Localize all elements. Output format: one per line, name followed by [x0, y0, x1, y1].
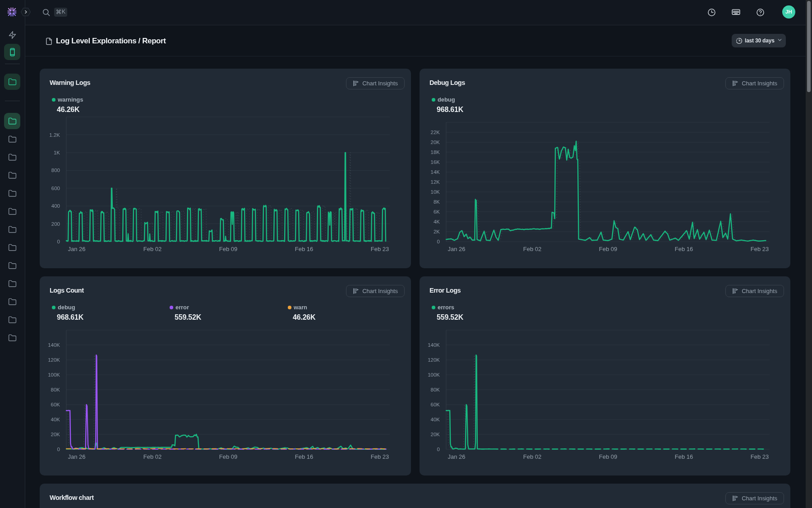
svg-text:4K: 4K — [434, 219, 440, 224]
svg-text:1K: 1K — [54, 150, 60, 155]
svg-text:Feb 23: Feb 23 — [751, 453, 769, 460]
svg-text:100K: 100K — [428, 372, 440, 378]
svg-text:80K: 80K — [51, 387, 60, 392]
svg-text:0: 0 — [57, 239, 60, 244]
svg-text:60K: 60K — [431, 402, 440, 407]
svg-text:60K: 60K — [51, 402, 60, 407]
svg-text:Jan 26: Jan 26 — [68, 453, 85, 460]
svg-text:10K: 10K — [431, 189, 440, 195]
svg-text:Feb 16: Feb 16 — [675, 453, 693, 460]
svg-text:Feb 09: Feb 09 — [599, 246, 617, 252]
svg-text:600: 600 — [51, 186, 60, 191]
svg-text:0: 0 — [437, 239, 440, 244]
svg-text:Feb 02: Feb 02 — [523, 453, 541, 460]
svg-text:18K: 18K — [431, 149, 440, 155]
svg-text:Feb 02: Feb 02 — [143, 453, 161, 460]
svg-text:0: 0 — [437, 447, 440, 452]
svg-text:100K: 100K — [48, 372, 60, 378]
svg-text:400: 400 — [51, 203, 60, 209]
svg-text:Feb 16: Feb 16 — [295, 453, 313, 460]
svg-text:200: 200 — [51, 221, 60, 227]
svg-text:Feb 02: Feb 02 — [523, 246, 541, 252]
svg-text:20K: 20K — [51, 432, 60, 437]
svg-text:800: 800 — [51, 168, 60, 173]
svg-text:40K: 40K — [431, 417, 440, 422]
svg-text:Feb 16: Feb 16 — [675, 246, 693, 252]
svg-text:22K: 22K — [431, 130, 440, 135]
svg-text:Feb 23: Feb 23 — [371, 246, 389, 252]
svg-text:14K: 14K — [431, 169, 440, 175]
svg-text:2K: 2K — [434, 229, 440, 234]
svg-text:Feb 09: Feb 09 — [219, 453, 237, 460]
svg-text:Jan 26: Jan 26 — [68, 246, 85, 252]
svg-text:Feb 23: Feb 23 — [371, 453, 389, 460]
svg-text:Jan 26: Jan 26 — [448, 453, 465, 460]
svg-text:80K: 80K — [431, 387, 440, 392]
svg-text:20K: 20K — [431, 140, 440, 145]
svg-text:0: 0 — [57, 447, 60, 452]
svg-text:Feb 23: Feb 23 — [751, 246, 769, 252]
svg-text:Feb 09: Feb 09 — [219, 246, 237, 252]
svg-text:1.2K: 1.2K — [49, 132, 60, 138]
svg-text:Feb 09: Feb 09 — [599, 453, 617, 460]
svg-text:120K: 120K — [428, 357, 440, 363]
svg-text:40K: 40K — [51, 417, 60, 422]
svg-text:140K: 140K — [428, 342, 440, 348]
svg-text:120K: 120K — [48, 357, 60, 363]
svg-text:12K: 12K — [431, 179, 440, 185]
svg-text:140K: 140K — [48, 342, 60, 348]
svg-text:Jan 26: Jan 26 — [448, 246, 465, 252]
svg-text:Feb 02: Feb 02 — [143, 246, 161, 252]
svg-text:20K: 20K — [431, 432, 440, 437]
svg-text:8K: 8K — [434, 199, 440, 205]
svg-text:6K: 6K — [434, 209, 440, 214]
svg-text:Feb 16: Feb 16 — [295, 246, 313, 252]
svg-text:16K: 16K — [431, 159, 440, 165]
